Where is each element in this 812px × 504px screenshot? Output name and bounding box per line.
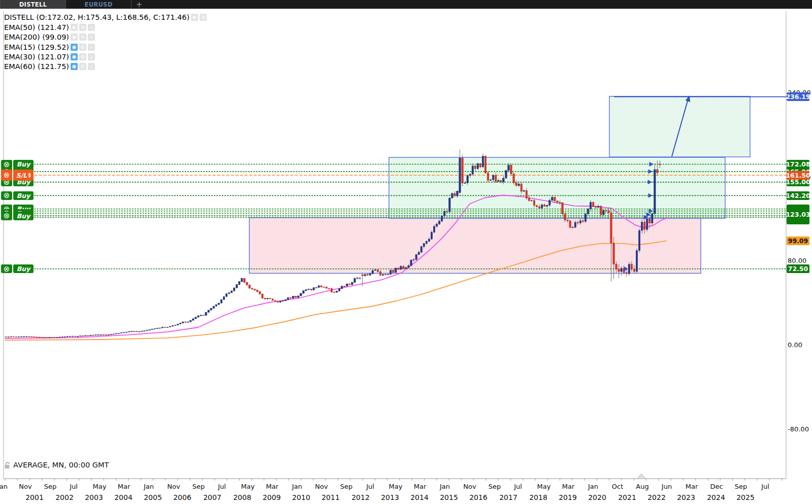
indicator-label: EMA(50) (121.47) [4, 23, 69, 31]
cancel-order-icon[interactable]: ⊗ [1, 212, 12, 220]
month-label: Jul [70, 483, 78, 490]
cancel-order-icon[interactable]: ⊗ [1, 170, 12, 181]
legend-row-ema50: EMA(50) (121.47) ◉ ⚙ × [4, 23, 95, 31]
month-label: Jul [366, 483, 374, 490]
order-label[interactable]: Buy [13, 191, 34, 200]
year-label: 2003 [85, 493, 103, 501]
month-label: Jan [0, 483, 8, 490]
legend-row-ema60: EMA(60) (121.75) ◉ ⚙ × [4, 62, 95, 71]
add-tab-button[interactable]: + [132, 0, 147, 9]
month-label: May [389, 483, 403, 490]
close-icon[interactable]: × [88, 63, 95, 70]
y-axis-tick-label: -80.00 [788, 425, 809, 433]
y-axis-tick-label: 80.00 [788, 257, 806, 264]
year-label: 2008 [233, 493, 251, 501]
month-label: Jul [761, 483, 769, 490]
year-label: 2025 [736, 493, 755, 501]
month-label: Jul [218, 483, 226, 490]
month-label: Mar [118, 483, 131, 490]
time-axis-ticks [5, 479, 782, 481]
chart-canvas[interactable] [0, 0, 812, 504]
month-label: May [241, 483, 255, 490]
indicator-label: EMA(15) (129.52) [4, 43, 69, 51]
price-badge-72.50: 72.50 [787, 264, 809, 273]
tab-eurusd[interactable]: EURUSD [66, 0, 132, 9]
year-label: 2023 [677, 493, 695, 501]
zones-layer [249, 96, 750, 274]
month-label: Sep [735, 483, 748, 490]
month-label: Dec [710, 483, 723, 490]
year-label: 2004 [114, 493, 133, 501]
cancel-order-icon[interactable]: ⊗ [1, 191, 12, 200]
year-label: 2022 [647, 493, 666, 501]
year-label: 2019 [559, 493, 577, 501]
gear-icon[interactable]: ⚙ [79, 33, 86, 41]
month-label: Nov [315, 483, 328, 490]
legend-row-ema15: EMA(15) (129.52) ◉ ⚙ × [4, 43, 95, 51]
indicator-label: EMA(200) (99.09) [4, 33, 69, 41]
cancel-order-icon[interactable]: ⊗ [1, 264, 12, 273]
order-label[interactable]: Buy [13, 264, 34, 273]
month-label: Oct [612, 483, 623, 490]
buy-order-button[interactable]: ⊗Buy [1, 264, 34, 273]
gear-icon[interactable]: ⚙ [79, 63, 86, 70]
year-label: 2010 [292, 493, 310, 501]
gear-icon[interactable]: ⚙ [79, 53, 86, 60]
month-label: Mar [562, 483, 575, 490]
scroll-to-recent-button[interactable] [637, 474, 646, 479]
month-label: Sep [192, 483, 205, 490]
year-label: 2002 [55, 493, 74, 501]
month-label: Mar [266, 483, 279, 490]
month-label: Nov [167, 483, 180, 490]
order-label[interactable]: S/L▲▼ [13, 170, 34, 181]
month-label: Jan [588, 483, 598, 490]
year-label: 2012 [351, 493, 370, 501]
price-badge-161.50: 161.50 [787, 171, 809, 180]
tab-distell[interactable]: DISTELL [0, 0, 66, 9]
month-label: Jan [440, 483, 450, 490]
month-label: Mar [686, 483, 698, 490]
close-icon[interactable]: × [88, 53, 95, 60]
month-label: Jan [292, 483, 302, 490]
eye-icon[interactable]: ◉ [71, 63, 78, 70]
year-label: 2014 [410, 493, 429, 501]
price-badge-99.09: 99.09 [787, 237, 809, 245]
legend-row-ema30: EMA(30) (121.07) ◉ ⚙ × [4, 53, 95, 61]
eye-icon[interactable]: ◉ [71, 33, 78, 41]
month-label: Sep [44, 483, 57, 490]
eye-icon[interactable]: ◉ [71, 24, 78, 31]
buy-order-button[interactable]: ⊗Buy [1, 191, 34, 200]
close-icon[interactable]: × [88, 33, 95, 41]
price-step-arrows[interactable]: ▲▼ [28, 172, 30, 178]
year-label: 2021 [618, 493, 636, 501]
close-icon[interactable]: × [88, 24, 95, 31]
year-label: 2011 [321, 493, 340, 501]
month-label: May [537, 483, 551, 490]
gear-icon[interactable]: ⚙ [79, 44, 86, 51]
year-label: 2009 [263, 493, 281, 501]
month-label: Sep [489, 483, 501, 490]
order-label[interactable]: Buy [13, 212, 34, 220]
gear-icon[interactable]: ⚙ [200, 14, 207, 21]
month-label: Jan [144, 483, 154, 490]
stop-loss-button[interactable]: ⊗S/L▲▼ [1, 170, 34, 181]
legend-title-row: DISTELL (O:172.02, H:175.43, L:168.56, C… [4, 13, 207, 21]
month-label: Aug [636, 483, 648, 490]
buy-order-button[interactable]: ⊗Buy [1, 212, 34, 220]
eye-icon[interactable]: ◉ [71, 53, 78, 60]
eye-icon[interactable]: ◉ [191, 14, 198, 21]
year-label: 2001 [25, 493, 44, 501]
lock-icon[interactable] [4, 462, 11, 469]
month-label: Nov [19, 483, 31, 490]
year-label: 2016 [469, 493, 488, 501]
eye-icon[interactable]: ◉ [71, 44, 78, 51]
gear-icon[interactable]: ⚙ [79, 24, 86, 31]
month-label: May [93, 483, 107, 490]
month-label: Sep [340, 483, 353, 490]
y-axis-tick-label: 0.00 [788, 341, 802, 349]
year-label: 2015 [440, 493, 458, 501]
year-label: 2020 [588, 493, 606, 501]
year-label: 2017 [499, 493, 517, 501]
year-label: 2005 [144, 493, 162, 501]
close-icon[interactable]: × [88, 44, 95, 51]
